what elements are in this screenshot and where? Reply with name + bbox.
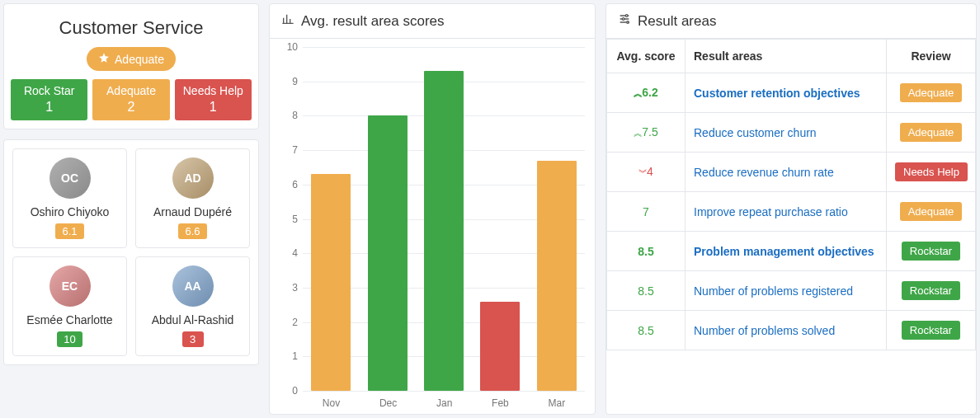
people-panel: OCOshiro Chiyoko6.1ADArnaud Dupéré6.6ECE… [3, 139, 259, 365]
status-pill[interactable]: Adequate [87, 47, 176, 71]
table-row: 8.5Number of problems registeredRockstar [607, 271, 976, 311]
y-axis-label: 7 [270, 144, 298, 156]
kpi-count: 2 [96, 99, 166, 115]
kpi-label: Rock Star [14, 84, 84, 99]
chart-title: Avg. result area scores [301, 13, 445, 30]
result-area-link[interactable]: Reduce revenue churn rate [694, 166, 834, 179]
trend-up-icon: ︽ [634, 88, 640, 98]
status-pill-label: Adequate [115, 53, 164, 66]
y-axis-label: 2 [270, 317, 298, 328]
table-row: ︽7.5Reduce customer churnAdequate [607, 113, 976, 153]
score-cell: ︽6.2 [607, 73, 686, 113]
score-value: 7.5 [642, 125, 657, 139]
person-card[interactable]: AAAbdul Al-Rashid3 [135, 256, 250, 356]
page-title: Customer Service [11, 11, 252, 47]
person-name: Abdul Al-Rashid [143, 313, 243, 326]
kpi-red[interactable]: Needs Help1 [175, 79, 252, 120]
review-tag[interactable]: Adequate [900, 202, 963, 221]
review-tag[interactable]: Rockstar [902, 281, 960, 300]
chart-bar[interactable] [311, 174, 351, 391]
avatar: EC [49, 265, 91, 307]
review-cell: Adequate [887, 192, 976, 232]
score-cell: 8.5 [607, 271, 686, 311]
chart-bar[interactable] [368, 115, 408, 391]
review-cell: Rockstar [887, 232, 976, 271]
y-axis-label: 10 [270, 41, 298, 53]
th-review: Review [887, 40, 976, 73]
result-area-link[interactable]: Reduce customer churn [694, 126, 817, 139]
customer-service-panel: Customer Service Adequate Rock Star1Adeq… [3, 3, 259, 129]
result-area-link[interactable]: Number of problems solved [694, 324, 835, 337]
table-row: 8.5Problem management objectivesRockstar [607, 232, 976, 271]
score-cell: ︾4 [607, 153, 686, 192]
x-axis-label: Jan [436, 397, 452, 409]
chart-panel: Avg. result area scores NovDecJanFebMar … [269, 3, 596, 415]
x-axis-label: Nov [323, 397, 340, 409]
result-area-link[interactable]: Number of problems registered [694, 284, 853, 298]
table-row: ︽6.2Customer retention objectivesAdequat… [607, 73, 976, 113]
score-value: 8.5 [638, 245, 653, 258]
person-card[interactable]: ECEsmée Charlotte10 [12, 256, 127, 356]
score-value: 8.5 [638, 324, 653, 337]
kpi-orange[interactable]: Adequate2 [92, 79, 169, 120]
person-name: Arnaud Dupéré [143, 205, 243, 218]
score-value: 8.5 [638, 284, 653, 298]
person-card[interactable]: OCOshiro Chiyoko6.1 [12, 148, 127, 248]
kpi-label: Adequate [96, 84, 166, 99]
star-icon [98, 52, 110, 66]
bar-chart-icon [281, 12, 294, 30]
person-score-badge: 6.6 [178, 223, 206, 239]
trend-up-icon: ︽ [634, 128, 640, 138]
chart-bar[interactable] [537, 161, 577, 391]
review-tag[interactable]: Adequate [900, 83, 963, 102]
chart-area: NovDecJanFebMar 012345678910 [270, 39, 595, 414]
review-tag[interactable]: Adequate [900, 123, 963, 142]
avatar: OC [49, 157, 91, 199]
result-area-link[interactable]: Problem management objectives [694, 245, 874, 258]
person-name: Oshiro Chiyoko [20, 205, 120, 218]
kpi-label: Needs Help [178, 84, 248, 99]
x-axis-label: Feb [492, 397, 509, 409]
review-cell: Rockstar [887, 311, 976, 350]
area-cell: Number of problems registered [686, 271, 887, 311]
area-cell: Reduce revenue churn rate [686, 153, 887, 192]
y-axis-label: 9 [270, 76, 298, 87]
result-area-link[interactable]: Improve repeat purchase ratio [694, 205, 848, 218]
y-axis-label: 1 [270, 350, 298, 362]
score-value: 4 [647, 165, 653, 178]
kpi-green[interactable]: Rock Star1 [11, 79, 87, 120]
x-axis-label: Dec [379, 397, 397, 409]
area-cell: Reduce customer churn [686, 113, 887, 153]
y-axis-label: 3 [270, 282, 298, 294]
person-name: Esmée Charlotte [20, 313, 120, 326]
result-areas-table: Avg. score Result areas Review ︽6.2Custo… [606, 39, 976, 350]
chart-bar[interactable] [480, 302, 520, 391]
y-axis-label: 5 [270, 214, 298, 225]
review-tag[interactable]: Needs Help [895, 162, 968, 181]
y-axis-label: 4 [270, 247, 298, 259]
result-area-link[interactable]: Customer retention objectives [694, 87, 860, 100]
review-tag[interactable]: Rockstar [902, 242, 960, 261]
svg-point-0 [625, 15, 628, 17]
chart-bar[interactable] [424, 71, 464, 391]
person-score-badge: 3 [182, 331, 204, 347]
chart-header: Avg. result area scores [270, 4, 595, 39]
sliders-icon [618, 12, 631, 30]
avatar: AD [172, 157, 214, 199]
table-row: 8.5Number of problems solvedRockstar [607, 311, 976, 350]
y-axis-label: 6 [270, 179, 298, 190]
x-axis-label: Mar [548, 397, 565, 409]
table-row: 7Improve repeat purchase ratioAdequate [607, 192, 976, 232]
th-score: Avg. score [607, 40, 686, 73]
area-cell: Number of problems solved [686, 311, 887, 350]
person-score-badge: 10 [57, 331, 82, 347]
score-value: 7 [643, 205, 649, 218]
person-score-badge: 6.1 [55, 223, 83, 239]
person-card[interactable]: ADArnaud Dupéré6.6 [135, 148, 250, 248]
review-cell: Adequate [887, 73, 976, 113]
score-value: 6.2 [642, 86, 657, 99]
kpi-count: 1 [178, 99, 248, 115]
score-cell: 8.5 [607, 311, 686, 350]
score-cell: ︽7.5 [607, 113, 686, 153]
review-tag[interactable]: Rockstar [902, 321, 960, 340]
